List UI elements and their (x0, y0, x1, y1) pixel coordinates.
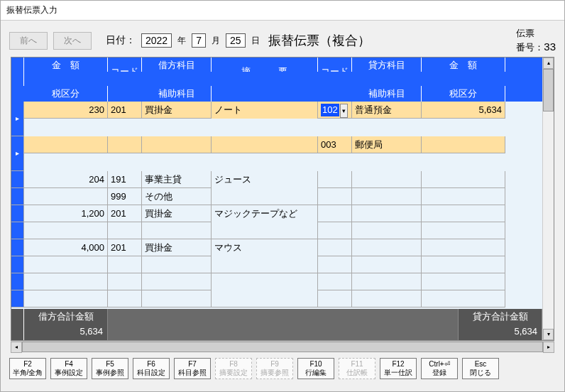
table-row-sub[interactable] (11, 290, 542, 307)
fkey-f7[interactable]: F7科目参照 (174, 358, 211, 379)
scroll-up-button[interactable]: ▴ (543, 58, 554, 69)
credit-amount-cell[interactable] (422, 273, 505, 290)
table-row[interactable]: 4,000201買掛金マウス (11, 239, 542, 256)
fkey-ctrl[interactable]: Ctrl+⏎登録 (421, 358, 458, 379)
debit-code-cell[interactable]: 201 (108, 205, 142, 222)
credit-tax-cell[interactable] (422, 136, 505, 153)
debit-subaccount-cell[interactable] (142, 290, 212, 307)
credit-subaccount-cell[interactable]: 郵便局 (352, 136, 422, 153)
debit-account-cell[interactable]: 買掛金 (142, 102, 212, 119)
credit-code-input[interactable]: 102 (321, 104, 339, 116)
fkey-f12[interactable]: F12単一仕訳 (380, 358, 417, 379)
scroll-thumb[interactable] (543, 69, 554, 111)
credit-amount-cell[interactable] (422, 239, 505, 256)
credit-account-cell[interactable] (352, 273, 422, 290)
horizontal-scrollbar[interactable]: ◂ ▸ (11, 341, 554, 352)
debit-subcode-cell[interactable] (108, 290, 142, 307)
debit-tax-cell[interactable] (24, 256, 108, 273)
credit-amount-cell[interactable] (422, 171, 505, 188)
debit-subcode-cell[interactable] (108, 256, 142, 273)
credit-code-cell[interactable] (318, 273, 352, 290)
table-row-sub[interactable] (11, 256, 542, 273)
debit-amount-cell[interactable]: 4,000 (24, 239, 108, 256)
debit-tax-cell[interactable] (24, 136, 108, 153)
description-cell[interactable]: ノート (212, 102, 318, 119)
description-cell-cont[interactable] (212, 188, 318, 205)
debit-tax-cell[interactable] (24, 290, 108, 307)
debit-account-cell[interactable]: 買掛金 (142, 205, 212, 222)
credit-subaccount-cell[interactable] (352, 222, 422, 239)
fkey-esc[interactable]: Esc閉じる (462, 358, 499, 379)
scroll-right-button[interactable]: ▸ (543, 342, 554, 353)
description-cell[interactable]: マジックテープなど (212, 205, 318, 222)
credit-code-cell[interactable]: 102▾ (318, 102, 352, 119)
debit-subaccount-cell[interactable] (142, 136, 212, 153)
credit-account-cell[interactable] (352, 205, 422, 222)
hscroll-thumb[interactable] (22, 342, 543, 352)
description-cell-cont[interactable] (212, 290, 318, 307)
credit-subaccount-cell[interactable] (352, 290, 422, 307)
scroll-left-button[interactable]: ◂ (11, 342, 22, 353)
debit-subaccount-cell[interactable] (142, 256, 212, 273)
fkey-f10[interactable]: F10行編集 (297, 358, 334, 379)
credit-account-cell[interactable] (352, 239, 422, 256)
debit-code-cell[interactable]: 191 (108, 171, 142, 188)
description-cell[interactable]: マウス (212, 239, 318, 256)
debit-account-cell[interactable]: 事業主貸 (142, 171, 212, 188)
debit-tax-cell[interactable] (24, 222, 108, 239)
prev-button[interactable]: 前へ (9, 32, 48, 50)
credit-subcode-cell[interactable] (318, 188, 352, 205)
debit-code-cell[interactable]: 201 (108, 102, 142, 119)
fkey-f6[interactable]: F6科目設定 (133, 358, 170, 379)
credit-tax-cell[interactable] (422, 256, 505, 273)
fkey-f5[interactable]: F5事例参照 (92, 358, 128, 379)
debit-amount-cell[interactable] (24, 273, 108, 290)
credit-tax-cell[interactable] (422, 188, 505, 205)
debit-amount-cell[interactable]: 230 (24, 102, 108, 119)
table-row[interactable]: 1,200201買掛金マジックテープなど (11, 205, 542, 222)
debit-amount-cell[interactable]: 1,200 (24, 205, 108, 222)
description-cell[interactable] (212, 273, 318, 290)
credit-subcode-cell[interactable] (318, 222, 352, 239)
credit-code-cell[interactable] (318, 171, 352, 188)
description-cell-cont[interactable] (212, 136, 318, 153)
credit-account-cell[interactable] (352, 171, 422, 188)
day-input[interactable]: 25 (226, 33, 246, 48)
credit-subcode-cell[interactable]: 003 (318, 136, 352, 153)
credit-subcode-cell[interactable] (318, 256, 352, 273)
table-row[interactable]: 204191事業主貸ジュース (11, 171, 542, 188)
vertical-scrollbar[interactable]: ▴ ▾ (542, 58, 554, 340)
debit-tax-cell[interactable] (24, 188, 108, 205)
debit-subcode-cell[interactable] (108, 222, 142, 239)
table-row-sub[interactable] (11, 222, 542, 239)
dropdown-icon[interactable]: ▾ (340, 104, 348, 118)
credit-tax-cell[interactable] (422, 222, 505, 239)
table-row-sub[interactable]: 003郵便局 (11, 136, 542, 171)
credit-subaccount-cell[interactable] (352, 256, 422, 273)
month-input[interactable]: 7 (192, 33, 206, 48)
debit-subaccount-cell[interactable]: その他 (142, 188, 212, 205)
credit-account-cell[interactable]: 普通預金 (352, 102, 422, 119)
next-button[interactable]: 次へ (53, 32, 92, 50)
debit-subcode-cell[interactable] (108, 136, 142, 153)
description-cell-cont[interactable] (212, 222, 318, 239)
year-input[interactable]: 2022 (141, 33, 172, 48)
debit-subcode-cell[interactable]: 999 (108, 188, 142, 205)
credit-amount-cell[interactable]: 5,634 (422, 102, 505, 119)
fkey-f4[interactable]: F4事例設定 (50, 358, 87, 379)
description-cell[interactable]: ジュース (212, 171, 318, 188)
table-row[interactable] (11, 273, 542, 290)
credit-subaccount-cell[interactable] (352, 188, 422, 205)
debit-amount-cell[interactable]: 204 (24, 171, 108, 188)
fkey-f2[interactable]: F2半角/全角 (9, 358, 46, 379)
credit-code-cell[interactable] (318, 205, 352, 222)
debit-code-cell[interactable]: 201 (108, 239, 142, 256)
credit-subcode-cell[interactable] (318, 290, 352, 307)
description-cell-cont[interactable] (212, 256, 318, 273)
debit-subaccount-cell[interactable] (142, 222, 212, 239)
table-row-sub[interactable]: 999その他 (11, 188, 542, 205)
debit-account-cell[interactable] (142, 273, 212, 290)
scroll-down-button[interactable]: ▾ (543, 329, 554, 340)
debit-account-cell[interactable]: 買掛金 (142, 239, 212, 256)
credit-code-cell[interactable] (318, 239, 352, 256)
